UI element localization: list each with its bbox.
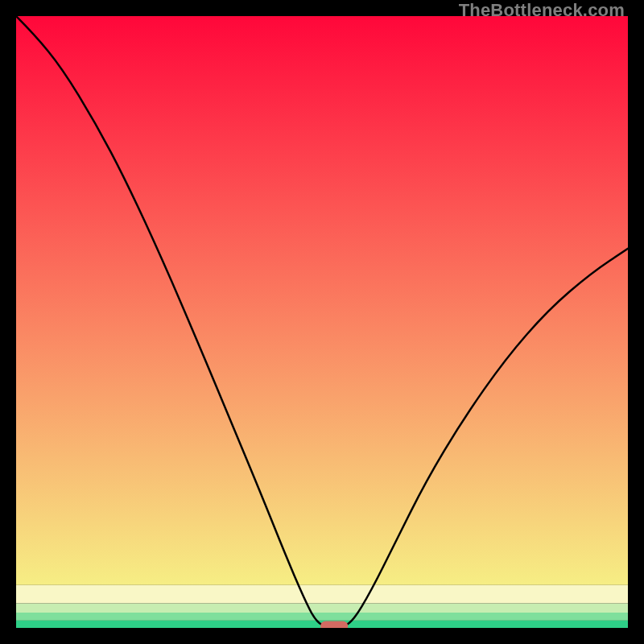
- bottleneck-chart: [16, 16, 628, 628]
- background-bands: [16, 16, 628, 628]
- band: [16, 585, 628, 604]
- optimal-marker: [320, 621, 348, 629]
- band: [16, 16, 628, 585]
- watermark-text: TheBottleneck.com: [459, 0, 625, 21]
- band: [16, 613, 628, 621]
- band: [16, 604, 628, 613]
